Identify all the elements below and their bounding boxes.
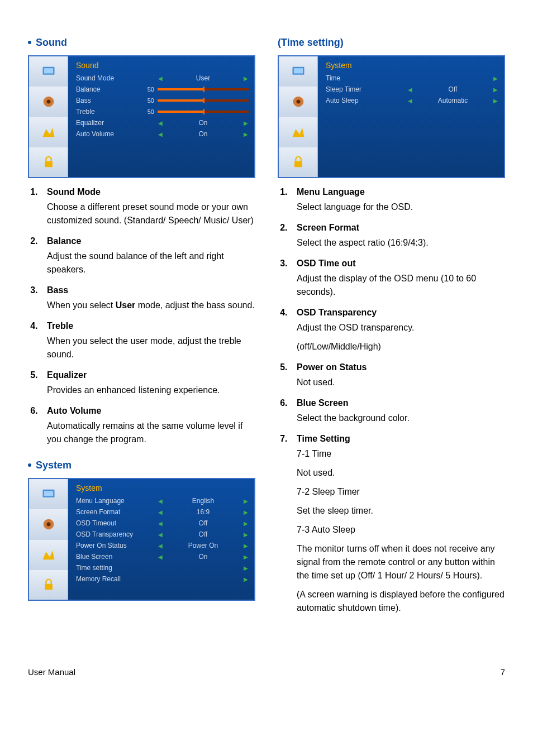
arrow-left-icon[interactable]: ◀ (158, 131, 163, 137)
arrow-right-icon[interactable]: ▶ (243, 565, 249, 571)
arrow-right-icon[interactable]: ▶ (243, 543, 249, 549)
osd-row-label: Balance (76, 85, 143, 93)
desc-item: TrebleWhen you select the user mode, adj… (40, 321, 255, 361)
sound-category-icon (279, 87, 317, 117)
desc-item-heading: Balance (47, 236, 81, 246)
osd-row: Sound Mode◀User▶ (76, 73, 249, 83)
lock-category-icon (29, 570, 68, 600)
desc-item-body: Adjust the OSD transparency.(off/Low/Mid… (297, 321, 505, 353)
arrow-left-icon[interactable]: ◀ (158, 520, 163, 527)
arrow-left-icon[interactable]: ◀ (158, 532, 163, 538)
desc-item-heading: Treble (47, 321, 73, 331)
arrow-right-icon[interactable]: ▶ (243, 576, 249, 582)
subitem-label: 7-2 Sleep Timer (297, 485, 505, 499)
desc-item-body: Select language for the OSD. (297, 200, 505, 214)
osd-row: Bass50 (76, 95, 249, 106)
arrow-left-icon[interactable]: ◀ (158, 120, 163, 126)
osd-row-label: Power On Status (76, 542, 143, 549)
arrow-right-icon[interactable]: ▶ (243, 509, 249, 515)
sound-category-icon (29, 87, 68, 117)
osd-row: Treble50 (76, 107, 249, 117)
osd-row-value: Off (166, 519, 240, 527)
osd-row-label: Menu Language (76, 497, 143, 505)
osd-title: Sound (76, 61, 249, 70)
osd-row: Auto Volume◀On▶ (76, 129, 249, 139)
osd-slider-value: 50 (143, 86, 158, 93)
svg-point-3 (46, 99, 50, 103)
desc-item-body: Choose a different preset sound mode or … (47, 200, 255, 227)
osd-row: Auto Sleep◀Automatic▶ (326, 95, 498, 106)
osd-rows: Sound Mode◀User▶Balance50Bass50Treble50E… (76, 73, 249, 139)
osd-rows: Time▶Sleep Timer◀Off▶Auto Sleep◀Automati… (326, 73, 498, 106)
svg-rect-9 (45, 584, 53, 590)
arrow-right-icon[interactable]: ▶ (493, 98, 498, 104)
osd-row-value: On (166, 553, 240, 561)
osd-slider-value: 50 (143, 108, 158, 115)
arrow-right-icon[interactable]: ▶ (493, 87, 498, 93)
osd-row: Equalizer◀On▶ (76, 118, 249, 128)
svg-point-13 (296, 99, 300, 103)
arrow-right-icon[interactable]: ▶ (243, 532, 249, 538)
arrow-right-icon[interactable]: ▶ (243, 120, 249, 126)
osd-category-icons (279, 56, 318, 177)
svg-rect-14 (294, 161, 302, 168)
osd-row-label: Screen Format (76, 508, 143, 516)
osd-row: Power On Status◀Power On▶ (76, 540, 249, 551)
desc-item: Screen FormatSelect the aspect ratio (16… (290, 223, 505, 250)
osd-row-label: Equalizer (76, 119, 143, 127)
svg-rect-1 (44, 68, 53, 73)
page-footer: User Manual 7 (0, 667, 533, 699)
arrow-right-icon[interactable]: ▶ (493, 75, 498, 82)
desc-item-heading: Screen Format (297, 223, 359, 232)
osd-row-label: OSD Transparency (76, 530, 143, 538)
picture-category-icon (29, 56, 68, 87)
osd-row-label: OSD Timeout (76, 519, 143, 527)
desc-item-heading: Blue Screen (297, 398, 348, 408)
subitem-body: The monitor turns off when it does not r… (297, 542, 505, 582)
arrow-left-icon[interactable]: ◀ (407, 98, 413, 104)
subitem-body: Set the sleep timer. (297, 504, 505, 518)
osd-row: Memory Recall▶ (76, 574, 249, 584)
desc-item-body: When you select User mode, adjust the ba… (47, 299, 255, 312)
desc-item-heading: Equalizer (47, 370, 87, 380)
desc-item: OSD Time outAdjust the display of the OS… (290, 259, 505, 299)
left-column: Sound Sound Sound Mode◀User▶Balance50Bas… (28, 34, 255, 628)
desc-item-heading: Power on Status (297, 362, 367, 372)
desc-item: BalanceAdjust the sound balance of the l… (40, 236, 255, 276)
svg-point-8 (46, 522, 50, 526)
osd-row: Time▶ (326, 73, 498, 83)
arrow-left-icon[interactable]: ◀ (158, 498, 163, 504)
desc-item-heading: Menu Language (297, 187, 365, 197)
osd-row: OSD Timeout◀Off▶ (76, 518, 249, 528)
desc-item: Power on StatusNot used. (290, 362, 505, 389)
osd-row: Balance50 (76, 84, 249, 94)
arrow-left-icon[interactable]: ◀ (407, 87, 413, 93)
arrow-left-icon[interactable]: ◀ (158, 509, 163, 515)
arrow-right-icon[interactable]: ▶ (243, 554, 249, 560)
arrow-right-icon[interactable]: ▶ (243, 498, 249, 504)
osd-row: Time setting▶ (76, 563, 249, 573)
svg-rect-4 (45, 161, 53, 168)
osd-slider-track[interactable] (158, 111, 249, 113)
desc-item-body: Automatically remains at the same volume… (47, 419, 255, 446)
sound-category-icon (29, 509, 68, 539)
osd-slider-track[interactable] (158, 88, 249, 90)
arrow-right-icon[interactable]: ▶ (243, 520, 249, 527)
osd-rows: Menu Language◀English▶Screen Format◀16:9… (76, 496, 249, 584)
system-category-icon (29, 117, 68, 147)
footer-page-number: 7 (501, 667, 505, 677)
osd-row-value: 16:9 (166, 508, 240, 516)
arrow-left-icon[interactable]: ◀ (158, 75, 163, 82)
desc-item-body: When you select the user mode, adjust th… (47, 334, 255, 361)
desc-item-heading: Time Setting (297, 434, 350, 443)
osd-row-value: On (166, 119, 240, 127)
arrow-right-icon[interactable]: ▶ (243, 75, 249, 82)
desc-item-heading: OSD Transparency (297, 308, 377, 317)
osd-slider-track[interactable] (158, 99, 249, 102)
desc-item-time-setting: Time Setting7-1 TimeNot used.7-2 Sleep T… (290, 434, 505, 615)
arrow-left-icon[interactable]: ◀ (158, 554, 163, 560)
osd-row: Menu Language◀English▶ (76, 496, 249, 506)
arrow-left-icon[interactable]: ◀ (158, 543, 163, 549)
arrow-right-icon[interactable]: ▶ (243, 131, 249, 137)
osd-row-label: Treble (76, 108, 143, 116)
